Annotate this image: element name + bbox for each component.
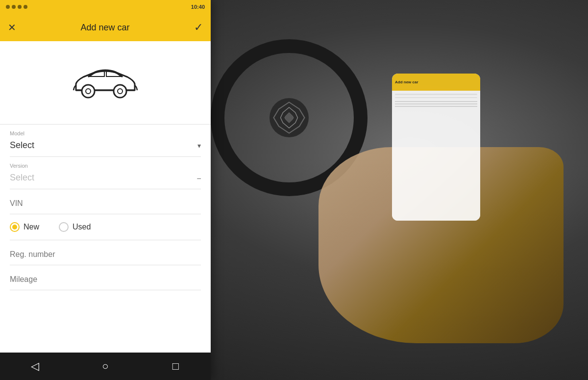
phone-preview-right: Add new car	[392, 74, 480, 221]
mileage-field	[10, 265, 201, 290]
svg-marker-2	[285, 113, 294, 123]
form-area: Model Select ▾ Version Select – New	[0, 125, 211, 353]
version-field: Version Select –	[10, 157, 201, 189]
condition-used-label: Used	[73, 223, 91, 231]
version-select[interactable]: Select –	[10, 171, 201, 187]
condition-radio-group: New Used	[10, 214, 201, 240]
status-bar: 10:40	[0, 0, 211, 14]
app-header: ✕ Add new car ✓	[0, 14, 211, 41]
condition-used-option[interactable]: Used	[59, 222, 91, 232]
vin-input[interactable]	[10, 197, 201, 210]
status-icon-4	[24, 5, 27, 9]
renault-logo	[272, 101, 306, 135]
status-icon-2	[12, 5, 16, 9]
status-icon-3	[18, 5, 22, 9]
condition-new-radio[interactable]	[10, 222, 20, 232]
page-title: Add new car	[80, 23, 129, 33]
nav-home-button[interactable]: ○	[91, 356, 120, 376]
phone-main: 10:40 ✕ Add new car ✓	[0, 0, 211, 380]
nav-recent-button[interactable]: □	[161, 356, 190, 376]
reg-number-input[interactable]	[10, 248, 201, 261]
version-select-value: Select	[10, 173, 34, 183]
model-dropdown-arrow: ▾	[197, 142, 201, 150]
bottom-navigation: ◁ ○ □	[0, 353, 211, 380]
condition-new-radio-inner	[12, 225, 17, 229]
vin-field	[10, 189, 201, 214]
car-image-area	[0, 41, 211, 125]
confirm-button[interactable]: ✓	[194, 21, 203, 34]
status-left-icons	[6, 5, 27, 9]
reg-number-field	[10, 240, 201, 265]
model-field: Model Select ▾	[10, 125, 201, 157]
status-time: 10:40	[191, 4, 205, 10]
mileage-input[interactable]	[10, 273, 201, 286]
close-button[interactable]: ✕	[8, 22, 16, 33]
svg-point-4	[82, 85, 95, 98]
mini-phone-header-text: Add new car	[395, 80, 418, 84]
model-select[interactable]: Select ▾	[10, 138, 201, 154]
car-icon	[71, 63, 140, 102]
version-label: Version	[10, 163, 201, 169]
model-label: Model	[10, 130, 201, 136]
condition-new-label: New	[24, 223, 39, 231]
condition-new-option[interactable]: New	[10, 222, 39, 232]
nav-back-button[interactable]: ◁	[21, 356, 50, 376]
version-dropdown-arrow: –	[197, 174, 201, 182]
status-icon-1	[6, 5, 10, 9]
svg-point-6	[114, 85, 126, 98]
condition-used-radio[interactable]	[59, 222, 69, 232]
model-select-value: Select	[10, 140, 34, 151]
